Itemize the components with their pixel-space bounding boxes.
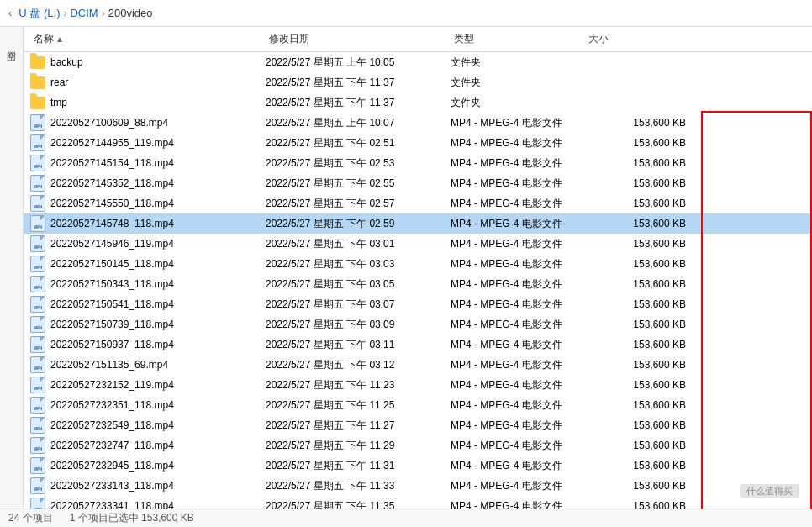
file-row[interactable]: MP4 20220527145352_118.mp4 2022/5/27 星期五… [24,173,812,193]
file-row[interactable]: MP4 20220527150937_118.mp4 2022/5/27 星期五… [24,335,812,355]
file-modified: 2022/5/27 星期五 下午 11:35 [266,499,451,509]
file-name: 20220527145550_118.mp4 [50,198,174,209]
file-row[interactable]: MP4 20220527232351_118.mp4 2022/5/27 星期五… [24,395,812,415]
file-modified: 2022/5/27 星期五 下午 11:27 [266,419,451,433]
file-row[interactable]: MP4 20220527145946_119.mp4 2022/5/27 星期五… [24,234,812,254]
mp4-icon: MP4 [30,457,45,474]
file-size: 153,600 KB [585,480,686,492]
file-name: 20220527233341_118.mp4 [50,500,174,509]
col-header-size[interactable]: 大小 [585,30,686,48]
file-modified: 2022/5/27 星期五 下午 03:07 [266,298,451,312]
file-row[interactable]: MP4 20220527150541_118.mp4 2022/5/27 星期五… [24,294,812,314]
file-modified: 2022/5/27 星期五 下午 11:23 [266,378,451,393]
file-explorer-window: ‹ U 盘 (L:) › DCIM › 200video 空间 名称 ▲ 修改日… [0,0,812,527]
file-modified: 2022/5/27 星期五 下午 02:53 [266,156,451,171]
file-name: 20220527232152_119.mp4 [50,379,174,391]
folder-row[interactable]: rear 2022/5/27 星期五 下午 11:37 文件夹 [24,72,812,92]
mp4-icon: MP4 [30,114,45,131]
folder-icon [30,97,45,109]
file-rows: MP4 20220527100609_88.mp4 2022/5/27 星期五 … [24,113,812,509]
mp4-icon: MP4 [30,356,45,373]
file-name-cell: MP4 20220527151135_69.mp4 [30,356,266,373]
file-row[interactable]: MP4 20220527150739_118.mp4 2022/5/27 星期五… [24,314,812,335]
file-row[interactable]: MP4 20220527145550_118.mp4 2022/5/27 星期五… [24,193,812,213]
file-type: MP4 - MPEG-4 电影文件 [451,398,585,413]
file-modified: 2022/5/27 星期五 上午 10:07 [266,116,451,130]
file-modified: 2022/5/27 星期五 下午 03:05 [266,277,451,292]
file-size: 153,600 KB [585,399,686,411]
file-size: 153,600 KB [585,137,686,149]
file-modified: 2022/5/27 星期五 下午 03:01 [266,237,451,251]
col-header-name[interactable]: 名称 ▲ [30,30,266,48]
file-name: 20220527232351_118.mp4 [50,399,174,411]
folder-name: rear [50,76,68,88]
file-size: 153,600 KB [585,278,686,290]
file-row[interactable]: MP4 20220527233143_118.mp4 2022/5/27 星期五… [24,476,812,496]
file-name-cell: MP4 20220527232747_118.mp4 [30,437,266,454]
mp4-icon: MP4 [30,377,45,393]
file-type: MP4 - MPEG-4 电影文件 [451,459,585,473]
file-row[interactable]: MP4 20220527150145_118.mp4 2022/5/27 星期五… [24,254,812,274]
file-row[interactable]: MP4 20220527144955_119.mp4 2022/5/27 星期五… [24,133,812,153]
file-row[interactable]: MP4 20220527100609_88.mp4 2022/5/27 星期五 … [24,113,812,133]
file-type: MP4 - MPEG-4 电影文件 [451,217,585,231]
file-row[interactable]: MP4 20220527145154_118.mp4 2022/5/27 星期五… [24,153,812,173]
file-size: 153,600 KB [585,298,686,310]
file-size: 153,600 KB [585,258,686,270]
breadcrumb: ‹ U 盘 (L:) › DCIM › 200video [8,6,152,21]
file-name: 20220527232945_118.mp4 [50,460,174,472]
file-name: 20220527150541_118.mp4 [50,298,174,310]
file-modified: 2022/5/27 星期五 下午 03:03 [266,257,451,271]
file-type: MP4 - MPEG-4 电影文件 [451,378,585,393]
mp4-icon: MP4 [30,316,45,333]
file-row[interactable]: MP4 20220527145748_118.mp4 2022/5/27 星期五… [24,213,812,234]
mp4-icon: MP4 [30,437,45,454]
file-row[interactable]: MP4 20220527232945_118.mp4 2022/5/27 星期五… [24,456,812,476]
file-row[interactable]: MP4 20220527232152_119.mp4 2022/5/27 星期五… [24,375,812,395]
file-size: 153,600 KB [585,460,686,472]
folder-row[interactable]: backup 2022/5/27 星期五 上午 10:05 文件夹 [24,52,812,72]
file-name: 20220527151135_69.mp4 [50,359,168,371]
breadcrumb-dcim[interactable]: DCIM [70,7,98,19]
folder-type: 文件夹 [451,55,585,70]
file-name-cell: MP4 20220527150145_118.mp4 [30,256,266,272]
mp4-icon: MP4 [30,336,45,353]
file-type: MP4 - MPEG-4 电影文件 [451,419,585,433]
col-header-modified[interactable]: 修改日期 [266,30,451,48]
file-size: 153,600 KB [585,440,686,451]
breadcrumb-sep-1: › [63,8,66,19]
file-row[interactable]: MP4 20220527233341_118.mp4 2022/5/27 星期五… [24,496,812,509]
file-type: MP4 - MPEG-4 电影文件 [451,499,585,509]
file-type: MP4 - MPEG-4 电影文件 [451,177,585,191]
status-item-count: 24 个项目 [8,511,53,525]
column-header-row: 名称 ▲ 修改日期 类型 大小 [24,27,812,52]
file-name-cell: MP4 20220527150937_118.mp4 [30,336,266,353]
file-name: 20220527150343_118.mp4 [50,278,174,290]
file-type: MP4 - MPEG-4 电影文件 [451,298,585,312]
file-modified: 2022/5/27 星期五 下午 11:31 [266,459,451,473]
file-row[interactable]: MP4 20220527232747_118.mp4 2022/5/27 星期五… [24,435,812,456]
file-type: MP4 - MPEG-4 电影文件 [451,358,585,372]
file-name-cell: MP4 20220527233341_118.mp4 [30,498,266,509]
file-name-cell: MP4 20220527232152_119.mp4 [30,377,266,393]
file-row[interactable]: MP4 20220527150343_118.mp4 2022/5/27 星期五… [24,274,812,294]
file-name-cell: MP4 20220527145550_118.mp4 [30,195,266,212]
file-name: 20220527145154_118.mp4 [50,157,174,169]
file-type: MP4 - MPEG-4 电影文件 [451,156,585,171]
folder-icon [30,76,45,89]
file-size: 153,600 KB [585,218,686,229]
file-row[interactable]: MP4 20220527232549_118.mp4 2022/5/27 星期五… [24,415,812,435]
file-type: MP4 - MPEG-4 电影文件 [451,237,585,251]
file-size: 153,600 KB [585,198,686,209]
file-type: MP4 - MPEG-4 电影文件 [451,197,585,211]
back-icon[interactable]: ‹ [8,7,12,19]
file-name: 20220527145748_118.mp4 [50,218,174,229]
file-name: 20220527232549_118.mp4 [50,419,174,431]
col-header-type[interactable]: 类型 [451,30,585,48]
folder-row[interactable]: tmp 2022/5/27 星期五 下午 11:37 文件夹 [24,92,812,113]
breadcrumb-drive[interactable]: U 盘 (L:) [18,6,60,21]
file-row[interactable]: MP4 20220527151135_69.mp4 2022/5/27 星期五 … [24,355,812,375]
mp4-icon: MP4 [30,155,45,171]
mp4-icon: MP4 [30,134,45,151]
mp4-icon: MP4 [30,397,45,414]
